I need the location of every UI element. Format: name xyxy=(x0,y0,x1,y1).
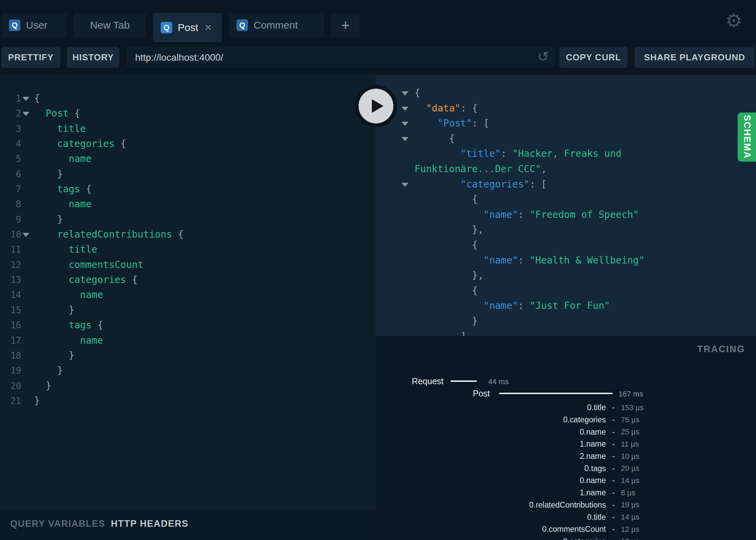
response-line: "data": { xyxy=(376,101,756,116)
new-tab-button[interactable]: + xyxy=(331,13,360,38)
query-badge-icon: Q xyxy=(9,19,20,31)
resolver-duration: 25 µs xyxy=(621,427,639,436)
line-number: 4 xyxy=(0,136,21,151)
share-playground-button[interactable]: SHARE PLAYGROUND xyxy=(635,47,755,68)
line-number: 21 xyxy=(0,393,21,408)
tracing-resolver-row: 0.title-153 µs xyxy=(376,402,756,414)
tab-label: User xyxy=(26,19,47,31)
tracing-resolver-row: 0.commentsCount-12 µs xyxy=(376,523,756,536)
fold-arrow-icon[interactable] xyxy=(23,97,29,101)
fold-arrow-icon[interactable] xyxy=(23,112,29,116)
query-line: 9 } xyxy=(0,212,376,227)
fold-arrow-icon[interactable] xyxy=(402,183,408,187)
fold-arrow-icon[interactable] xyxy=(402,122,408,126)
response-line: Funktionäre...Der CCC", xyxy=(376,162,756,177)
query-editor-pane[interactable]: 1{2 Post {3 title4 categories {5 name6 }… xyxy=(0,75,376,509)
query-line: 6 } xyxy=(0,167,376,182)
tracing-title: TRACING xyxy=(697,344,745,355)
tracing-resolver-row: 0.relatedContributions-19 µs xyxy=(376,499,756,511)
tracing-resolver-row: 2.name-10 µs xyxy=(376,450,756,463)
line-number: 13 xyxy=(0,272,21,287)
resolver-duration: 12 µs xyxy=(621,525,639,534)
resolver-dash: - xyxy=(606,537,621,540)
history-button[interactable]: HISTORY xyxy=(67,47,119,68)
resolver-duration: 153 µs xyxy=(621,403,644,412)
query-line: 8 name xyxy=(0,197,376,212)
tracing-span-post-duration: 167 ms xyxy=(619,390,643,399)
resolver-path: 0.name xyxy=(376,476,606,485)
query-line: 19 } xyxy=(0,363,376,378)
copy-curl-button[interactable]: COPY CURL xyxy=(559,47,628,68)
tab-new-tab[interactable]: New Tab xyxy=(74,13,146,38)
tab-user[interactable]: Q User xyxy=(1,13,66,38)
tracing-span-post-label: Post xyxy=(376,389,490,399)
resolver-dash: - xyxy=(606,476,621,485)
line-number: 19 xyxy=(0,363,21,378)
query-line: 16 tags { xyxy=(0,318,376,333)
resolver-path: 0.title xyxy=(376,513,606,522)
tracing-span-post-bar xyxy=(499,393,613,394)
line-number: 11 xyxy=(0,242,21,257)
response-line: { xyxy=(376,192,756,207)
refresh-schema-icon[interactable]: ↺ xyxy=(537,49,549,64)
resolver-path: 0.name xyxy=(376,427,606,437)
query-line: 2 Post { xyxy=(0,106,376,121)
settings-gear-icon[interactable]: ⚙ xyxy=(725,10,742,32)
line-number: 3 xyxy=(0,121,21,136)
tracing-resolver-row: 1.name-11 µs xyxy=(376,438,756,450)
tab-label: Comment xyxy=(253,19,298,31)
tab-comment[interactable]: Q Comment xyxy=(229,13,324,38)
endpoint-url-bar: ↺ xyxy=(126,47,555,68)
schema-tab-button[interactable]: SCHEMA xyxy=(738,112,756,162)
line-number: 5 xyxy=(0,151,21,166)
response-line: ] xyxy=(376,329,756,336)
tab-label: Post xyxy=(178,22,198,33)
query-line: 13 categories { xyxy=(0,272,376,287)
tab-post[interactable]: Q Post ✕ xyxy=(153,13,222,42)
http-headers-tab[interactable]: HTTP HEADERS xyxy=(111,519,189,529)
fold-arrow-icon[interactable] xyxy=(402,107,408,111)
query-editor-lines: 1{2 Post {3 title4 categories {5 name6 }… xyxy=(0,91,376,408)
line-number: 1 xyxy=(0,91,21,106)
fold-arrow-icon[interactable] xyxy=(402,91,408,95)
resolver-dash: - xyxy=(606,525,621,534)
line-number: 8 xyxy=(0,197,21,212)
response-line: } xyxy=(376,314,756,329)
resolver-dash: - xyxy=(606,500,621,510)
resolver-path: 2.name xyxy=(376,452,606,461)
query-line: 1{ xyxy=(0,91,376,106)
query-badge-icon: Q xyxy=(161,22,172,33)
line-number: 9 xyxy=(0,212,21,227)
response-line: { xyxy=(376,238,756,253)
tracing-resolver-row: 1.name-8 µs xyxy=(376,487,756,499)
graphql-playground-window: Q User New Tab Q Post ✕ Q Comment + ⚙ PR… xyxy=(0,0,756,540)
resolver-dash: - xyxy=(606,439,621,449)
close-icon[interactable]: ✕ xyxy=(204,23,212,32)
tracing-resolver-row: 0.name-25 µs xyxy=(376,426,756,438)
query-variables-tab[interactable]: QUERY VARIABLES xyxy=(10,519,105,529)
query-line: 18 } xyxy=(0,348,376,363)
resolver-duration: 8 µs xyxy=(621,489,635,497)
resolver-dash: - xyxy=(606,452,621,461)
tracing-resolver-row: 0.categories-13 µs xyxy=(376,536,756,540)
prettify-button[interactable]: PRETTIFY xyxy=(1,47,60,68)
resolver-path: 1.name xyxy=(376,439,606,449)
response-line: "name": "Freedom of Speech" xyxy=(376,207,756,223)
endpoint-url-input[interactable] xyxy=(134,47,525,69)
response-line: "title": "Hacker, Freaks und xyxy=(376,146,756,162)
fold-arrow-icon[interactable] xyxy=(23,233,29,237)
line-number: 7 xyxy=(0,182,21,197)
tracing-resolver-row: 0.tags-20 µs xyxy=(376,462,756,475)
fold-arrow-icon[interactable] xyxy=(402,137,408,141)
resolver-dash: - xyxy=(606,415,621,424)
tracing-resolver-row: 0.name-14 µs xyxy=(376,475,756,487)
tab-label: New Tab xyxy=(90,19,130,31)
query-line: 17 name xyxy=(0,333,376,348)
resolver-duration: 14 µs xyxy=(621,476,639,485)
query-line: 5 name xyxy=(0,151,376,166)
resolver-path: 0.categories xyxy=(376,537,606,540)
query-line: 4 categories { xyxy=(0,136,376,151)
execute-query-button[interactable] xyxy=(355,85,397,127)
response-lines: { "data": { "Post": [ { "title": "Hacker… xyxy=(376,86,756,336)
response-pane: { "data": { "Post": [ { "title": "Hacker… xyxy=(376,75,756,336)
